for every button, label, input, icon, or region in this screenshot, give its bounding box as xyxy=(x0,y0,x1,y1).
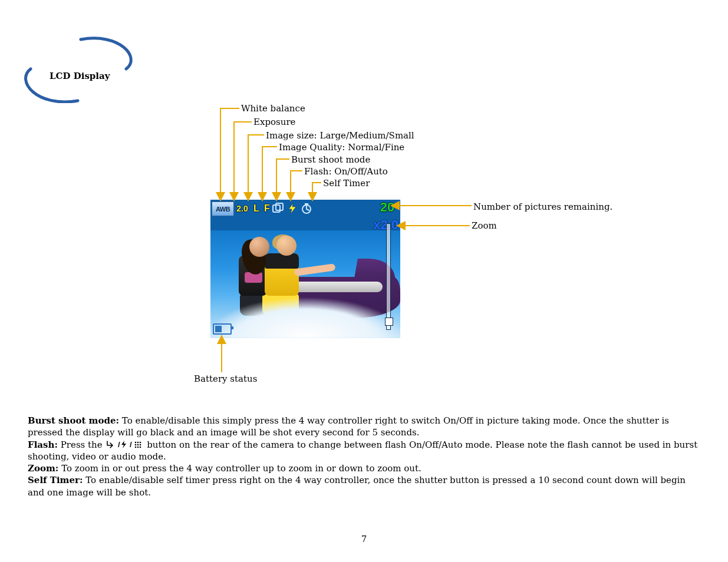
para-burst: Burst shoot mode: To enable/disable this… xyxy=(28,415,700,439)
hud-burst-icon xyxy=(272,201,285,215)
label-battery: Battery status xyxy=(194,373,257,384)
lcd-display: AWB 2.0 L F 20 x2.0 xyxy=(210,200,400,338)
hud-timer-icon xyxy=(300,201,313,215)
para-zoom-label: Zoom: xyxy=(28,463,58,474)
hud-pictures-remaining: 20 xyxy=(375,200,399,215)
svg-point-12 xyxy=(135,447,137,448)
hud-image-quality: F xyxy=(262,201,272,215)
label-zoom: Zoom xyxy=(472,220,497,231)
rider-head-man xyxy=(276,236,297,256)
para-zoom-text: To zoom in or out press the 4 way contro… xyxy=(58,463,421,474)
svg-rect-3 xyxy=(305,203,308,205)
label-burst: Burst shoot mode xyxy=(291,154,370,165)
label-white-balance: White balance xyxy=(241,103,305,114)
svg-point-6 xyxy=(135,442,137,444)
para-flash-label: Flash: xyxy=(28,439,58,450)
swirl-ornament xyxy=(19,32,137,103)
para-self-text: To enable/disable self timer press right… xyxy=(28,475,686,497)
inline-enter-flash-grid-icon: / / xyxy=(105,440,144,449)
page-number: 7 xyxy=(0,534,728,544)
para-zoom: Zoom: To zoom in or out press the 4 way … xyxy=(28,462,700,474)
para-burst-label: Burst shoot mode: xyxy=(28,415,119,426)
label-self-timer: Self Timer xyxy=(323,178,370,189)
label-image-size: Image size: Large/Medium/Small xyxy=(266,130,414,141)
para-flash-pre: Press the xyxy=(58,439,105,450)
svg-point-11 xyxy=(140,444,141,446)
hud-zoom-slider xyxy=(386,223,391,330)
body-text: Burst shoot mode: To enable/disable this… xyxy=(28,415,700,498)
label-flash: Flash: On/Off/Auto xyxy=(304,166,388,177)
svg-text:/: / xyxy=(118,440,120,449)
label-pics-remaining: Number of pictures remaining. xyxy=(473,201,612,212)
svg-point-10 xyxy=(137,444,139,446)
para-self-timer: Self Timer: To enable/disable self timer… xyxy=(28,474,700,498)
svg-point-9 xyxy=(135,444,137,446)
para-flash: Flash: Press the / / button on the rear … xyxy=(28,439,700,463)
hud-white-balance: AWB xyxy=(212,201,234,216)
label-exposure: Exposure xyxy=(253,117,295,127)
lcd-hud-top: AWB 2.0 L F 20 xyxy=(210,200,400,217)
svg-point-8 xyxy=(140,442,141,444)
rider-head-woman xyxy=(249,237,269,257)
para-burst-text: To enable/disable this simply press the … xyxy=(28,415,669,438)
para-self-label: Self Timer: xyxy=(28,475,83,485)
hud-flash-icon xyxy=(286,201,299,215)
hud-image-size: L xyxy=(252,201,261,215)
svg-point-14 xyxy=(140,447,141,448)
page-title: LCD Display xyxy=(50,71,110,81)
hud-battery-icon xyxy=(213,323,232,335)
hud-exposure: 2.0 xyxy=(234,201,251,215)
svg-point-7 xyxy=(137,442,139,444)
label-image-quality: Image Quality: Normal/Fine xyxy=(279,142,404,153)
svg-point-13 xyxy=(137,447,139,448)
svg-text:/: / xyxy=(130,440,132,449)
rider-torso-man xyxy=(265,253,299,296)
